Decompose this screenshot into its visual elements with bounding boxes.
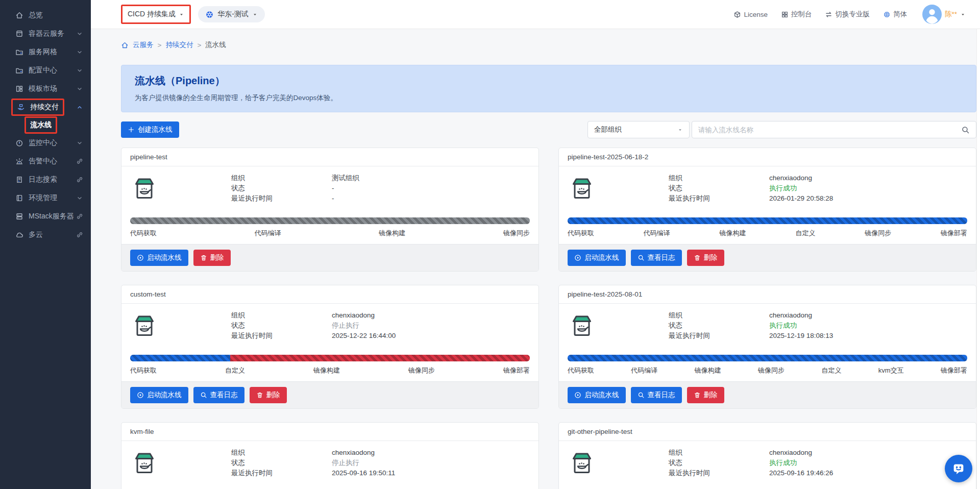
console-link[interactable]: 控制台	[781, 10, 812, 19]
status-label: 状态	[231, 458, 332, 467]
stage-label: kvm交互	[878, 366, 904, 375]
header-links-slot: License控制台切换专业版简体	[733, 10, 907, 19]
home-icon	[121, 41, 129, 49]
sidebar-item-label: 多云	[29, 230, 43, 239]
card-body: 组织chenxiaodong状态停止执行最近执行时间2025-12-22 16:…	[121, 304, 538, 381]
card-actions: 启动流水线查看日志删除	[121, 381, 538, 408]
delete-button[interactable]: 删除	[193, 250, 231, 266]
scrollbar-track[interactable]	[976, 29, 980, 489]
toolbar-right: 全部组织	[587, 121, 976, 138]
org-value: chenxiaodong	[332, 311, 375, 320]
progress-segment-blue	[130, 355, 230, 361]
play-circle-icon	[137, 254, 144, 261]
stage-label: 镜像部署	[503, 366, 530, 375]
stage-label: 代码编译	[631, 366, 657, 375]
status-value: 执行成功	[769, 321, 797, 330]
pipeline-card: custom-test组织chenxiaodong状态停止执行最近执行时间202…	[121, 285, 539, 409]
search-input[interactable]	[698, 126, 961, 134]
start-pipeline-button[interactable]: 启动流水线	[130, 387, 188, 403]
start-pipeline-button[interactable]: 启动流水线	[568, 250, 626, 266]
button-label: 启动流水线	[584, 253, 619, 262]
org-label: 组织	[231, 311, 332, 320]
stage-labels-row: 代码获取代码编译镜像构建镜像同步	[130, 229, 530, 238]
sidebar-item-config[interactable]: 配置中心	[0, 61, 91, 80]
page-banner: 流水线（Pipeline） 为客户提供镜像的全生命周期管理，给予客户完美的Dev…	[121, 65, 976, 112]
status-label: 状态	[669, 184, 769, 192]
last-run-value: 2025-09-16 19:50:11	[332, 469, 395, 477]
breadcrumb-item[interactable]: 持续交付	[165, 40, 193, 50]
console-label: 控制台	[791, 10, 812, 19]
chevron-down-icon	[76, 139, 84, 147]
sidebar-item-env[interactable]: 环境管理	[0, 189, 91, 207]
button-label: 查看日志	[648, 253, 675, 262]
sidebar-item-template[interactable]: 模板市场	[0, 80, 91, 98]
swap-icon	[825, 11, 832, 18]
breadcrumb-separator: >	[197, 41, 201, 49]
stage-labels-row: 代码获取代码编译镜像构建自定义镜像同步镜像部署	[568, 229, 967, 238]
view-logs-button[interactable]: 查看日志	[631, 387, 682, 403]
pipeline-name: pipeline-test-2025-06-18-2	[559, 148, 976, 166]
sidebar-subitem-pipeline[interactable]: 流水线	[0, 116, 91, 134]
stage-label: 代码获取	[130, 229, 157, 238]
view-logs-button[interactable]: 查看日志	[193, 387, 244, 403]
sidebar-item-alert[interactable]: 告警中心	[0, 152, 91, 170]
last-run-value: 2026-01-29 20:58:28	[769, 194, 833, 203]
user-menu[interactable]: 陈**	[922, 5, 966, 24]
sidebar-item-multicloud[interactable]: 多云	[0, 226, 91, 244]
stage-label: 代码编译	[644, 229, 670, 238]
stage-label: 自定义	[225, 366, 245, 375]
button-label: 启动流水线	[584, 390, 619, 400]
sidebar-item-mstack[interactable]: MStack服务器	[0, 207, 91, 226]
switch-pro-link[interactable]: 切换专业版	[825, 10, 870, 19]
play-circle-icon	[574, 254, 581, 261]
delete-button[interactable]: 删除	[687, 250, 724, 266]
sidebar-item-container[interactable]: 容器云服务	[0, 25, 91, 43]
search-icon	[638, 392, 645, 399]
sidebar-item-logsearch[interactable]: 日志搜索	[0, 170, 91, 189]
card-actions: 启动流水线删除	[121, 244, 538, 271]
sidebar-item-mesh[interactable]: 服务网格	[0, 43, 91, 61]
stage-label: 镜像同步	[503, 229, 530, 238]
chevron-down-icon	[76, 194, 84, 202]
org-label: 组织	[231, 448, 332, 457]
create-pipeline-label: 创建流水线	[138, 125, 173, 134]
region-selector[interactable]: 华东-测试	[198, 6, 265, 22]
chat-support-button[interactable]	[945, 455, 972, 482]
org-filter-select[interactable]: 全部组织	[587, 121, 690, 138]
link-icon	[76, 176, 84, 184]
delete-button[interactable]: 删除	[687, 387, 724, 403]
trash-icon	[200, 254, 207, 261]
start-pipeline-button[interactable]: 启动流水线	[568, 387, 626, 403]
org-value: 测试组织	[332, 174, 359, 182]
status-value: 停止执行	[332, 321, 359, 330]
pipeline-pot-icon	[568, 449, 596, 478]
start-pipeline-button[interactable]: 启动流水线	[130, 250, 188, 266]
region-label: 华东-测试	[217, 10, 249, 19]
pipeline-card: git-other-pipeline-test组织chenxiaodong状态执…	[558, 422, 976, 489]
sidebar-item-overview[interactable]: 总览	[0, 6, 91, 25]
language-label: 简体	[893, 10, 907, 19]
breadcrumb-item[interactable]: 云服务	[133, 40, 154, 50]
license-link[interactable]: License	[733, 11, 768, 18]
language-link[interactable]: 简体	[883, 10, 907, 19]
view-logs-button[interactable]: 查看日志	[631, 250, 682, 266]
license-label: License	[744, 11, 768, 18]
sidebar: 总览容器云服务服务网格配置中心模板市场持续交付流水线监控中心告警中心日志搜索环境…	[0, 0, 91, 489]
product-switcher[interactable]: CICD 持续集成	[121, 5, 191, 24]
button-label: 删除	[704, 390, 718, 400]
breadcrumb-item: 流水线	[205, 40, 226, 50]
folder-config-icon	[15, 66, 23, 75]
stage-label: 代码获取	[568, 229, 594, 238]
delete-button[interactable]: 删除	[250, 387, 287, 403]
button-label: 删除	[210, 253, 224, 262]
chevron-down-icon	[76, 30, 84, 38]
pipeline-pot-icon	[130, 449, 159, 478]
progress-segment-gray	[130, 217, 530, 224]
sidebar-item-delivery[interactable]: 持续交付	[0, 98, 91, 116]
plus-icon	[128, 126, 135, 133]
sidebar-item-monitor[interactable]: 监控中心	[0, 134, 91, 152]
create-pipeline-button[interactable]: 创建流水线	[121, 121, 179, 138]
pipeline-progress-bar	[568, 355, 967, 361]
pipeline-pot-icon	[130, 175, 159, 203]
pipeline-name: pipeline-test-2025-08-01	[559, 285, 976, 304]
